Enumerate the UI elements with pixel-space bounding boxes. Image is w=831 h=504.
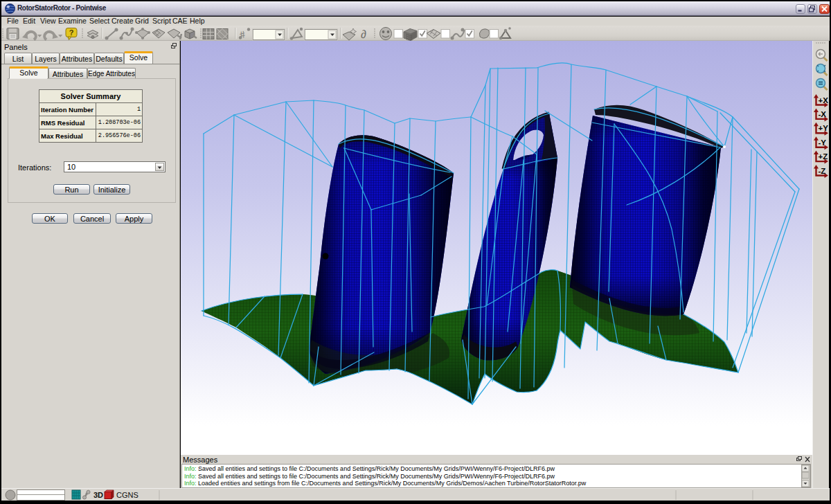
svg-text:-X: -X: [819, 110, 827, 118]
svg-text:-Y: -Y: [819, 138, 827, 147]
svg-text:+Y: +Y: [819, 124, 829, 132]
svg-text:∂: ∂: [361, 28, 366, 40]
svg-text:?: ?: [69, 28, 74, 37]
svg-text:3D: 3D: [93, 491, 103, 499]
svg-text:-Z: -Z: [819, 167, 826, 175]
svg-text:+X: +X: [819, 96, 829, 105]
svg-text:CGNS: CGNS: [116, 491, 138, 499]
svg-text:+Z: +Z: [819, 152, 828, 161]
